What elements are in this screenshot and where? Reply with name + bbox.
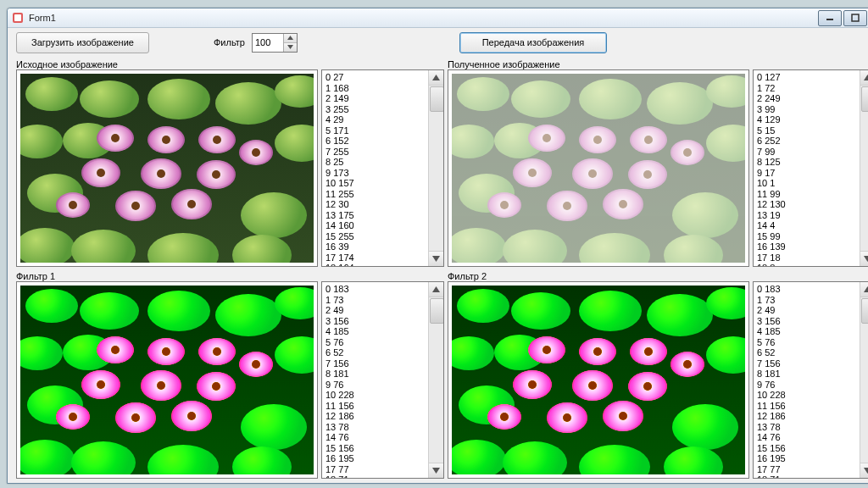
- source-image-box: [16, 69, 318, 267]
- filter-label: Фильтр: [214, 37, 245, 47]
- svg-marker-6: [287, 36, 293, 40]
- transmit-image-label: Передача изображения: [482, 37, 585, 47]
- svg-rect-1: [14, 14, 21, 21]
- filter2-image: [452, 286, 745, 474]
- content-grid: Исходное изображение 0 27 1 168 2 149 3 …: [8, 57, 868, 484]
- filter1-listbox[interactable]: 0 183 1 73 2 49 3 156 4 185 5 76 6 52 7 …: [321, 281, 444, 479]
- source-image: [20, 74, 314, 263]
- scroll-up-button[interactable]: [429, 70, 443, 86]
- svg-marker-14: [864, 286, 868, 292]
- received-list-items: 0 127 1 72 2 249 3 99 4 129 5 15 6 252 7…: [754, 70, 860, 266]
- scroll-up-button[interactable]: [860, 282, 868, 297]
- scroll-down-button[interactable]: [860, 251, 868, 266]
- scroll-down-button[interactable]: [429, 251, 443, 266]
- svg-marker-8: [432, 75, 440, 80]
- source-list-items: 0 27 1 168 2 149 3 255 4 29 5 171 6 152 …: [322, 70, 428, 266]
- filter2-image-box: [448, 281, 749, 479]
- filter2-list-items: 0 183 1 73 2 49 3 156 4 185 5 76 6 52 7 …: [754, 282, 860, 478]
- svg-marker-12: [432, 286, 440, 292]
- load-image-button[interactable]: Загрузить изображение: [16, 32, 149, 53]
- filter1-image-box: [16, 281, 318, 479]
- caption-filter2: Фильтр 2: [448, 269, 749, 281]
- transmit-image-button[interactable]: Передача изображения: [459, 32, 607, 53]
- app-icon: [11, 11, 25, 25]
- filter-value-input[interactable]: [253, 35, 283, 51]
- scrollbar[interactable]: [428, 70, 443, 266]
- scroll-thumb[interactable]: [861, 298, 868, 324]
- received-image: [452, 74, 745, 263]
- svg-marker-11: [864, 256, 868, 262]
- caption-received: Полученное изображение: [448, 57, 749, 69]
- svg-rect-3: [852, 14, 859, 21]
- svg-marker-9: [432, 256, 440, 262]
- toolbar: Загрузить изображение Фильтр Передача из…: [8, 28, 868, 57]
- load-image-label: Загрузить изображение: [31, 37, 134, 47]
- app-window: Form1 Загрузить изображение Фильтр Перед…: [7, 8, 868, 484]
- scrollbar[interactable]: [860, 282, 868, 478]
- scroll-up-button[interactable]: [860, 70, 868, 86]
- scroll-thumb[interactable]: [430, 298, 444, 324]
- filter1-list-items: 0 183 1 73 2 49 3 156 4 185 5 76 6 52 7 …: [322, 282, 428, 478]
- minimize-button[interactable]: [818, 10, 842, 26]
- filter2-listbox[interactable]: 0 183 1 73 2 49 3 156 4 185 5 76 6 52 7 …: [753, 281, 868, 479]
- scroll-down-button[interactable]: [429, 463, 443, 478]
- svg-marker-15: [864, 468, 868, 474]
- received-image-box: [448, 69, 749, 267]
- svg-marker-10: [864, 75, 868, 80]
- scroll-down-button[interactable]: [860, 463, 868, 478]
- spinner-up-button[interactable]: [284, 34, 297, 43]
- svg-marker-7: [287, 45, 293, 49]
- filter-spinner[interactable]: [252, 33, 298, 53]
- titlebar[interactable]: Form1: [8, 8, 868, 28]
- scrollbar[interactable]: [428, 282, 443, 478]
- scroll-thumb[interactable]: [861, 86, 868, 112]
- caption-source: Исходное изображение: [16, 57, 318, 69]
- scroll-up-button[interactable]: [429, 282, 443, 297]
- svg-marker-13: [432, 468, 440, 474]
- caption-filter1: Фильтр 1: [16, 269, 318, 281]
- filter1-image: [20, 286, 314, 474]
- scroll-thumb[interactable]: [430, 86, 444, 112]
- window-title: Form1: [29, 13, 56, 23]
- scrollbar[interactable]: [860, 70, 868, 266]
- received-listbox[interactable]: 0 127 1 72 2 249 3 99 4 129 5 15 6 252 7…: [753, 69, 868, 267]
- source-listbox[interactable]: 0 27 1 168 2 149 3 255 4 29 5 171 6 152 …: [321, 69, 444, 267]
- maximize-button[interactable]: [843, 10, 867, 26]
- spinner-down-button[interactable]: [284, 43, 297, 52]
